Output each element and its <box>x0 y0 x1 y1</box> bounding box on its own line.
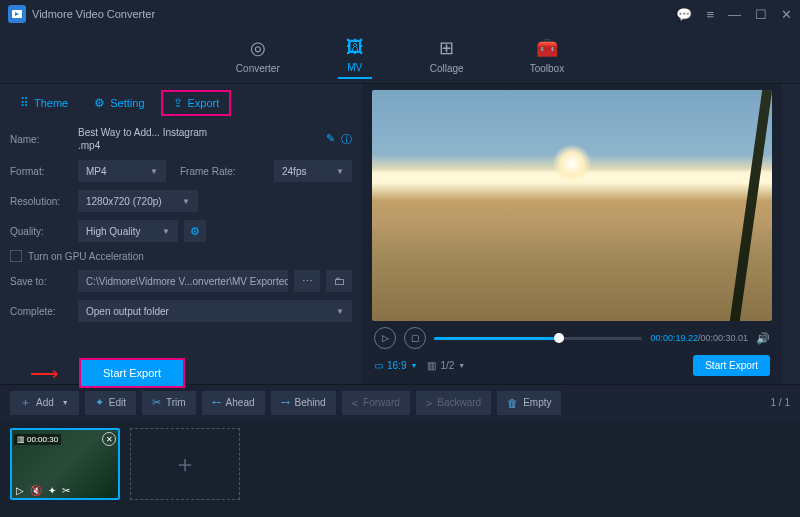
add-clip-slot[interactable]: ＋ <box>130 428 240 500</box>
arrow-annotation: ⟶ <box>30 361 59 385</box>
path-more-button[interactable]: ⋯ <box>294 270 320 292</box>
video-preview[interactable] <box>372 90 772 321</box>
framerate-label: Frame Rate: <box>180 166 236 177</box>
clip-mute-icon[interactable]: 🔇 <box>30 485 42 496</box>
top-tabs: ◎ Converter 🖼 MV ⊞ Collage 🧰 Toolbox <box>0 28 800 84</box>
trash-icon: 🗑 <box>507 397 518 409</box>
tab-converter[interactable]: ◎ Converter <box>228 33 288 78</box>
menu-icon[interactable]: ≡ <box>706 7 714 22</box>
toolbox-icon: 🧰 <box>536 37 558 59</box>
progress-bar[interactable] <box>434 337 642 340</box>
clip-remove-button[interactable]: ✕ <box>102 432 116 446</box>
wand-icon: ✦ <box>95 396 104 409</box>
tab-collage[interactable]: ⊞ Collage <box>422 33 472 78</box>
clip-trim-icon[interactable]: ✂ <box>62 485 70 496</box>
name-label: Name: <box>10 134 72 145</box>
time-display: 00:00:19.22/00:00:30.01 <box>650 333 748 343</box>
gpu-label: Turn on GPU Acceleration <box>28 251 144 262</box>
complete-label: Complete: <box>10 306 72 317</box>
scissors-icon: ✂ <box>152 396 161 409</box>
export-icon: ⇪ <box>173 96 183 110</box>
collage-icon: ⊞ <box>439 37 454 59</box>
framerate-select[interactable]: 24fps▼ <box>274 160 352 182</box>
clip-edit-icon[interactable]: ✦ <box>48 485 56 496</box>
subtab-export[interactable]: ⇪ Export <box>161 90 232 116</box>
open-folder-button[interactable]: 🗀 <box>326 270 352 292</box>
quality-select[interactable]: High Quality▼ <box>78 220 178 242</box>
titlebar: Vidmore Video Converter 💬 ≡ — ☐ ✕ <box>0 0 800 28</box>
clip-toolbar: ＋Add▼ ✦Edit ✂Trim ⤌Ahead ⤍Behind <Forwar… <box>0 384 800 420</box>
subtab-setting[interactable]: ⚙ Setting <box>84 90 154 116</box>
clip-duration: ▥00:00:30 <box>14 434 61 445</box>
quality-label: Quality: <box>10 226 72 237</box>
clip-thumbnail[interactable]: ▥00:00:30 ✕ ▷ 🔇 ✦ ✂ <box>10 428 120 500</box>
forward-button[interactable]: <Forward <box>342 391 410 415</box>
mv-icon: 🖼 <box>346 37 364 58</box>
play-button[interactable]: ▷ <box>374 327 396 349</box>
gear-icon: ⚙ <box>94 96 105 110</box>
quality-settings-button[interactable]: ⚙ <box>184 220 206 242</box>
gpu-checkbox[interactable] <box>10 250 22 262</box>
empty-button[interactable]: 🗑Empty <box>497 391 561 415</box>
app-logo <box>8 5 26 23</box>
clips-strip: ▥00:00:30 ✕ ▷ 🔇 ✦ ✂ ＋ <box>0 420 800 517</box>
ahead-icon: ⤌ <box>212 396 221 409</box>
clip-play-icon[interactable]: ▷ <box>16 485 24 496</box>
name-value: Best Way to Add... Instagram .mp4 <box>78 126 320 152</box>
aspect-icon: ▭ <box>374 360 383 371</box>
tab-toolbox[interactable]: 🧰 Toolbox <box>522 33 572 78</box>
format-select[interactable]: MP4▼ <box>78 160 166 182</box>
film-icon: ▥ <box>427 360 436 371</box>
backward-icon: > <box>426 397 432 409</box>
behind-icon: ⤍ <box>281 396 290 409</box>
subtab-theme[interactable]: ⠿ Theme <box>10 90 78 116</box>
chevron-down-icon: ▼ <box>62 399 69 406</box>
app-title: Vidmore Video Converter <box>32 8 676 20</box>
backward-button[interactable]: >Backward <box>416 391 491 415</box>
export-panel: ⠿ Theme ⚙ Setting ⇪ Export Name: Best Wa… <box>0 84 362 384</box>
plus-icon: ＋ <box>20 395 31 410</box>
format-label: Format: <box>10 166 72 177</box>
saveto-path: C:\Vidmore\Vidmore V...onverter\MV Expor… <box>78 270 288 292</box>
trim-button[interactable]: ✂Trim <box>142 391 196 415</box>
saveto-label: Save to: <box>10 276 72 287</box>
resolution-label: Resolution: <box>10 196 72 207</box>
preview-panel: ▷ ▢ 00:00:19.22/00:00:30.01 🔊 ▭ 16:9 ▼ ▥… <box>362 84 782 384</box>
forward-icon: < <box>352 397 358 409</box>
add-button[interactable]: ＋Add▼ <box>10 391 79 415</box>
page-count: 1 / 1 <box>771 397 790 408</box>
resolution-select[interactable]: 1280x720 (720p)▼ <box>78 190 198 212</box>
start-export-button[interactable]: Start Export <box>79 358 185 388</box>
edit-name-icon[interactable]: ✎ <box>326 132 335 147</box>
minimize-icon[interactable]: — <box>728 7 741 22</box>
chat-icon[interactable]: 💬 <box>676 7 692 22</box>
tab-mv[interactable]: 🖼 MV <box>338 33 372 79</box>
aspect-ratio-select[interactable]: ▭ 16:9 ▼ <box>374 360 417 371</box>
converter-icon: ◎ <box>250 37 266 59</box>
theme-icon: ⠿ <box>20 96 29 110</box>
frame-step-select[interactable]: ▥ 1/2 ▼ <box>427 360 465 371</box>
behind-button[interactable]: ⤍Behind <box>271 391 336 415</box>
ahead-button[interactable]: ⤌Ahead <box>202 391 265 415</box>
volume-icon[interactable]: 🔊 <box>756 332 770 345</box>
info-icon[interactable]: ⓘ <box>341 132 352 147</box>
film-icon: ▥ <box>17 435 25 444</box>
maximize-icon[interactable]: ☐ <box>755 7 767 22</box>
stop-button[interactable]: ▢ <box>404 327 426 349</box>
edit-button[interactable]: ✦Edit <box>85 391 136 415</box>
complete-select[interactable]: Open output folder▼ <box>78 300 352 322</box>
start-export-button-right[interactable]: Start Export <box>693 355 770 376</box>
close-icon[interactable]: ✕ <box>781 7 792 22</box>
